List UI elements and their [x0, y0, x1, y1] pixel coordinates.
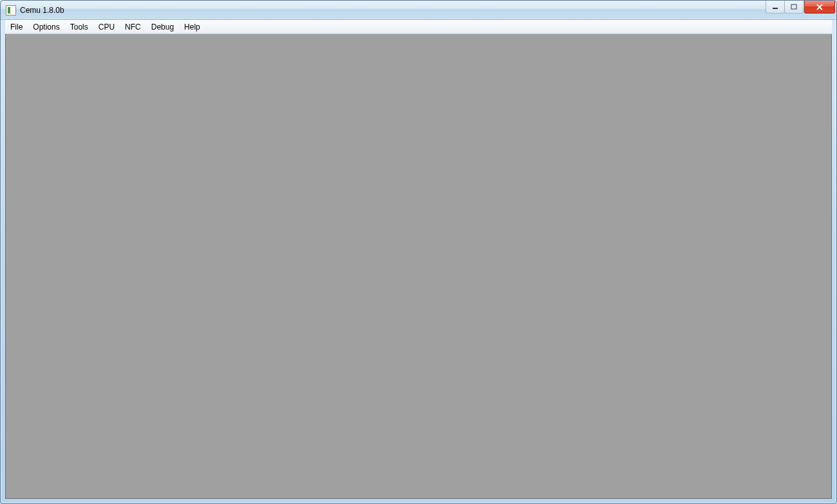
svg-rect-0: [773, 8, 778, 9]
maximize-button[interactable]: [784, 1, 804, 14]
window-title: Cemu 1.8.0b: [20, 6, 832, 15]
svg-rect-1: [791, 5, 796, 9]
close-button[interactable]: [804, 1, 835, 14]
menu-file[interactable]: File: [5, 20, 28, 33]
titlebar[interactable]: Cemu 1.8.0b: [1, 1, 836, 20]
app-icon: [6, 5, 16, 15]
app-window: Cemu 1.8.0b File Options Tools CPU NFC D…: [0, 0, 837, 504]
minimize-button[interactable]: [766, 1, 785, 14]
menu-tools[interactable]: Tools: [65, 20, 93, 33]
menu-help[interactable]: Help: [179, 20, 205, 33]
menu-nfc[interactable]: NFC: [120, 20, 146, 33]
content-area: [5, 34, 832, 499]
maximize-icon: [791, 4, 797, 10]
close-icon: [816, 4, 823, 10]
menubar: File Options Tools CPU NFC Debug Help: [5, 20, 832, 34]
menu-options[interactable]: Options: [28, 20, 64, 33]
menu-debug[interactable]: Debug: [146, 20, 179, 33]
window-controls: [766, 1, 835, 14]
minimize-icon: [772, 4, 778, 10]
menu-cpu[interactable]: CPU: [93, 20, 120, 33]
